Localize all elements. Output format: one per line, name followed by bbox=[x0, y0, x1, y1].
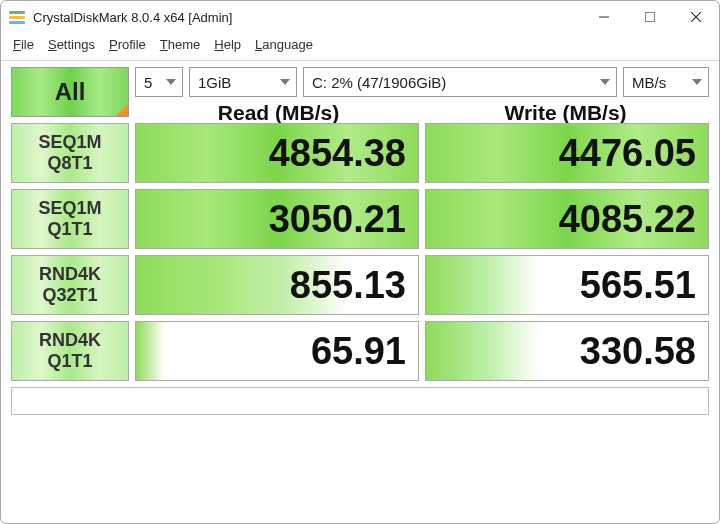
result-write-3: 330.58 bbox=[425, 321, 709, 381]
header-write: Write (MB/s) bbox=[422, 101, 709, 125]
menu-settings[interactable]: Settings bbox=[48, 37, 95, 52]
menu-theme[interactable]: Theme bbox=[160, 37, 200, 52]
test-button-seq1m-q8t1[interactable]: SEQ1M Q8T1 bbox=[11, 123, 129, 183]
test-label-2: Q8T1 bbox=[47, 153, 92, 174]
menu-profile[interactable]: Profile bbox=[109, 37, 146, 52]
test-label-2: Q1T1 bbox=[47, 351, 92, 372]
window-title: CrystalDiskMark 8.0.4 x64 [Admin] bbox=[33, 10, 581, 25]
svg-rect-1 bbox=[646, 13, 655, 22]
select-drive[interactable]: C: 2% (47/1906GiB) bbox=[303, 67, 617, 97]
result-read-3: 65.91 bbox=[135, 321, 419, 381]
menu-help[interactable]: Help bbox=[214, 37, 241, 52]
result-write-1: 4085.22 bbox=[425, 189, 709, 249]
minimize-button[interactable] bbox=[581, 1, 627, 33]
test-button-rnd4k-q32t1[interactable]: RND4K Q32T1 bbox=[11, 255, 129, 315]
status-bar bbox=[11, 387, 709, 415]
test-label-2: Q32T1 bbox=[42, 285, 97, 306]
run-all-button[interactable]: All bbox=[11, 67, 129, 117]
window-controls bbox=[581, 1, 719, 33]
menu-file[interactable]: File bbox=[13, 37, 34, 52]
result-write-0: 4476.05 bbox=[425, 123, 709, 183]
result-read-2: 855.13 bbox=[135, 255, 419, 315]
test-label-1: RND4K bbox=[39, 264, 101, 285]
test-label-1: RND4K bbox=[39, 330, 101, 351]
app-icon bbox=[9, 9, 25, 25]
header-read: Read (MB/s) bbox=[135, 101, 422, 125]
close-button[interactable] bbox=[673, 1, 719, 33]
result-read-0: 4854.38 bbox=[135, 123, 419, 183]
test-label-1: SEQ1M bbox=[38, 132, 101, 153]
menubar: File Settings Profile Theme Help Languag… bbox=[1, 33, 719, 61]
maximize-button[interactable] bbox=[627, 1, 673, 33]
result-read-1: 3050.21 bbox=[135, 189, 419, 249]
test-button-seq1m-q1t1[interactable]: SEQ1M Q1T1 bbox=[11, 189, 129, 249]
test-label-2: Q1T1 bbox=[47, 219, 92, 240]
test-button-rnd4k-q1t1[interactable]: RND4K Q1T1 bbox=[11, 321, 129, 381]
result-write-2: 565.51 bbox=[425, 255, 709, 315]
titlebar: CrystalDiskMark 8.0.4 x64 [Admin] bbox=[1, 1, 719, 33]
select-test-size[interactable]: 1GiB bbox=[189, 67, 297, 97]
menu-language[interactable]: Language bbox=[255, 37, 313, 52]
select-unit[interactable]: MB/s bbox=[623, 67, 709, 97]
content: All 5 1GiB C: 2% (47/1906GiB) MB/s Read … bbox=[1, 61, 719, 421]
test-label-1: SEQ1M bbox=[38, 198, 101, 219]
select-test-count[interactable]: 5 bbox=[135, 67, 183, 97]
